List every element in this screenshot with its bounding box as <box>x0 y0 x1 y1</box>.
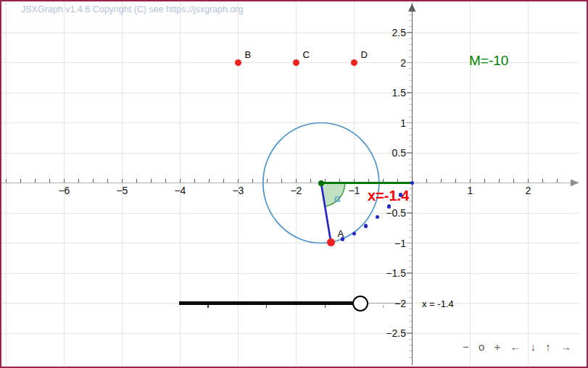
nav-pan-up-button[interactable]: ↑ <box>545 340 551 353</box>
x-axis-tick <box>107 179 108 183</box>
y-axis-tick <box>409 225 412 225</box>
nav-pan-down-button[interactable]: ↓ <box>531 340 537 353</box>
x-tick-label: −2 <box>283 185 308 196</box>
y-axis-tick <box>409 104 412 105</box>
y-axis-tick <box>409 261 412 262</box>
x-axis-tick <box>194 179 195 183</box>
x-axis-tick <box>122 179 123 183</box>
y-axis-tick <box>409 44 412 45</box>
x-axis-tick <box>426 179 427 183</box>
v-gridline <box>238 1 239 366</box>
y-axis-tick <box>409 177 412 177</box>
y-axis-tick <box>409 68 412 69</box>
y-tick-label: −0.5 <box>365 207 406 219</box>
y-axis-tick <box>409 26 412 27</box>
x-axis-tick <box>6 179 7 183</box>
y-axis-tick <box>409 50 412 51</box>
y-axis-tick <box>407 92 412 93</box>
x-tick-label: −4 <box>167 185 192 196</box>
nav-zoom-out-button[interactable]: − <box>463 340 469 353</box>
nav-pan-left-button[interactable]: ← <box>510 340 521 353</box>
y-axis-tick <box>409 99 412 99</box>
nav-zoom-in-button[interactable]: + <box>494 340 500 353</box>
y-axis-tick <box>409 57 412 57</box>
x-axis-tick <box>238 179 239 183</box>
x-tick-label: 1 <box>457 185 482 196</box>
y-axis-tick <box>409 14 412 15</box>
y-axis-tick <box>407 32 412 33</box>
y-axis-tick <box>407 152 412 153</box>
y-axis-tick <box>409 267 412 267</box>
point-label-A: A <box>337 228 344 239</box>
v-gridline <box>64 1 65 366</box>
y-axis-tick <box>409 80 412 81</box>
x-axis-tick <box>93 179 94 183</box>
y-axis-tick <box>409 219 412 219</box>
point-A[interactable] <box>327 238 335 246</box>
sine-trace-dot <box>364 224 368 228</box>
y-tick-label: 2 <box>365 57 406 69</box>
navigation-bar: −o+←↓↑→ <box>463 340 571 353</box>
h-gridline <box>1 213 579 214</box>
x-axis <box>1 183 573 184</box>
y-axis-tick <box>407 272 412 273</box>
x-axis-tick <box>267 179 268 183</box>
x-axis-tick <box>64 179 65 183</box>
x-axis-tick <box>354 179 355 183</box>
h-gridline <box>1 243 579 243</box>
y-axis-tick <box>409 279 412 280</box>
point-label-D: D <box>360 49 367 60</box>
x-axis-tick <box>35 179 36 183</box>
sine-trace-dot <box>410 181 415 185</box>
x-axis-tick <box>20 179 21 183</box>
jsxgraph-board: JSXGraph v1.4.6 Copyright (C) see https:… <box>0 0 588 368</box>
y-axis-tick <box>409 321 412 322</box>
x-axis-tick <box>296 179 297 183</box>
y-axis-tick <box>409 290 412 291</box>
x-axis-tick <box>339 179 340 183</box>
y-tick-label: −2.5 <box>365 327 406 339</box>
x-axis-tick <box>281 179 282 183</box>
point-D[interactable] <box>351 59 357 66</box>
slider-handle[interactable] <box>352 296 368 311</box>
y-axis-tick <box>409 170 412 171</box>
slider-track-filled[interactable] <box>179 301 360 304</box>
x-axis-tick <box>557 179 558 183</box>
y-axis-tick <box>409 351 412 351</box>
x-axis-tick <box>310 179 311 183</box>
x-axis-tick <box>209 179 210 183</box>
point-label-C: C <box>302 49 309 60</box>
circle-center-point <box>318 180 324 186</box>
y-axis-tick <box>407 243 412 243</box>
y-axis-tick <box>409 128 412 129</box>
y-axis-tick <box>409 8 412 9</box>
y-axis-tick <box>409 255 412 256</box>
x-axis-tick <box>513 179 514 183</box>
y-axis-tick <box>409 327 412 327</box>
v-gridline <box>180 1 181 366</box>
v-gridline <box>296 1 297 366</box>
nav-reset-zoom-button[interactable]: o <box>479 340 484 353</box>
y-axis-tick <box>409 20 412 21</box>
h-gridline <box>1 122 579 123</box>
y-tick-label: −1 <box>365 238 406 249</box>
point-B[interactable] <box>235 59 241 66</box>
slider-tick <box>325 305 326 309</box>
x-tick-label: −6 <box>51 185 76 196</box>
point-label-B: B <box>244 49 251 60</box>
x-axis-tick <box>470 179 471 183</box>
y-axis-tick <box>407 122 412 123</box>
y-axis-tick <box>409 117 412 117</box>
slider-tick <box>207 305 209 309</box>
point-C[interactable] <box>293 59 299 66</box>
x-axis-tick <box>252 179 253 183</box>
y-axis-tick <box>409 237 412 238</box>
nav-pan-right-button[interactable]: → <box>560 340 571 353</box>
sine-trace-dot <box>352 232 357 236</box>
alpha-angle-label: α <box>334 192 341 204</box>
x-axis-tick <box>484 179 485 183</box>
x-tick-label: −5 <box>109 185 134 196</box>
y-axis-tick <box>409 285 412 285</box>
v-gridline <box>354 1 355 366</box>
y-axis-tick <box>409 141 412 141</box>
